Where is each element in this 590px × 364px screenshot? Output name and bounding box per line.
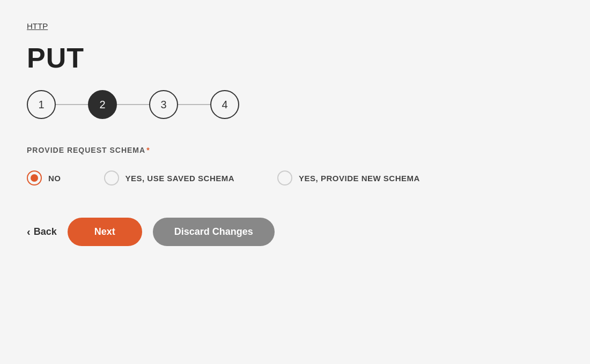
radio-group: NO YES, USE SAVED SCHEMA YES, PROVIDE NE… xyxy=(27,170,563,185)
step-connector-1 xyxy=(56,104,88,105)
step-2[interactable]: 2 xyxy=(88,90,117,119)
breadcrumb[interactable]: HTTP xyxy=(27,21,563,31)
next-button[interactable]: Next xyxy=(68,218,142,246)
breadcrumb-link[interactable]: HTTP xyxy=(27,21,48,31)
step-4[interactable]: 4 xyxy=(210,90,239,119)
required-star: * xyxy=(146,146,150,154)
button-area: ‹ Back Next Discard Changes xyxy=(27,218,563,246)
page-container: HTTP PUT 1 2 3 4 PROVIDE REQUEST SCHEMA*… xyxy=(0,0,590,268)
discard-button[interactable]: Discard Changes xyxy=(153,218,275,246)
radio-item-yes-new[interactable]: YES, PROVIDE NEW SCHEMA xyxy=(277,170,420,185)
stepper: 1 2 3 4 xyxy=(27,90,563,119)
radio-item-yes-saved[interactable]: YES, USE SAVED SCHEMA xyxy=(104,170,235,185)
radio-yes-saved[interactable] xyxy=(104,170,119,185)
radio-item-no[interactable]: NO xyxy=(27,170,61,185)
radio-yes-saved-label: YES, USE SAVED SCHEMA xyxy=(126,174,235,183)
radio-no-label: NO xyxy=(48,174,61,183)
radio-no[interactable] xyxy=(27,170,42,185)
step-3[interactable]: 3 xyxy=(149,90,178,119)
page-title: PUT xyxy=(27,42,563,74)
step-connector-2 xyxy=(117,104,149,105)
back-button[interactable]: ‹ Back xyxy=(27,226,57,238)
radio-yes-new-label: YES, PROVIDE NEW SCHEMA xyxy=(299,174,420,183)
step-1[interactable]: 1 xyxy=(27,90,56,119)
radio-no-inner xyxy=(31,174,38,182)
radio-yes-new[interactable] xyxy=(277,170,292,185)
section-label: PROVIDE REQUEST SCHEMA* xyxy=(27,146,563,154)
back-chevron-icon: ‹ xyxy=(27,226,31,238)
step-connector-3 xyxy=(178,104,210,105)
